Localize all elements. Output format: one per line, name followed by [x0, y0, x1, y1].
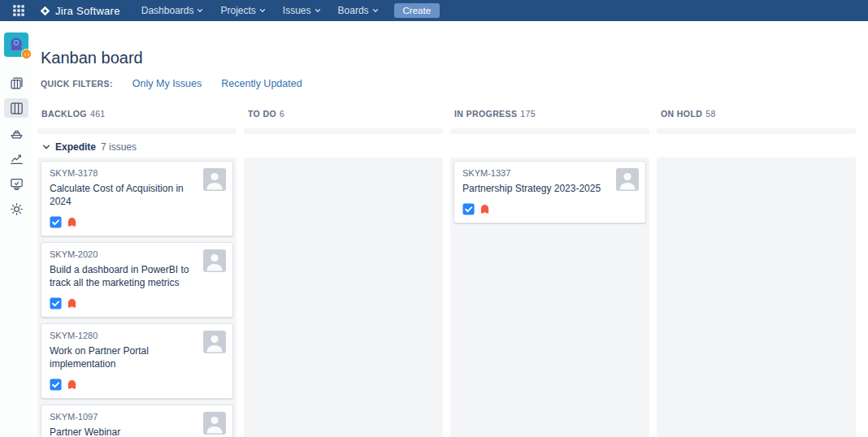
line-chart-icon [9, 151, 24, 167]
column-panel-to-do [244, 158, 443, 437]
gear-icon [9, 201, 24, 217]
column-header-backlog: BACKLOG461 [37, 109, 237, 119]
assignee-avatar [203, 168, 226, 191]
jira-brand[interactable]: Jira Software [40, 5, 120, 17]
column-panel-on-hold [657, 158, 856, 437]
issue-badges [50, 216, 226, 228]
column-panel-backlog: SKYM-3178Calculate Cost of Acquisition i… [37, 158, 237, 437]
sidebar-item-releases[interactable] [4, 123, 28, 143]
issue-key: SKYM-2020 [50, 249, 226, 260]
avatar-placeholder-icon [203, 168, 226, 191]
board-columns-icon [9, 101, 24, 116]
issue-title: Work on Partner Portal implementation [50, 344, 202, 370]
issue-badges [50, 379, 226, 391]
task-checkbox-icon [50, 297, 62, 309]
task-checkbox-icon [50, 379, 62, 391]
column-issue-count: 175 [520, 109, 536, 119]
page-title: Kanban board [41, 49, 868, 67]
nav-item-label: Dashboards [141, 5, 194, 16]
monitor-icon [9, 176, 24, 192]
swimlane-name: Expedite [55, 141, 96, 153]
column-issue-count: 6 [280, 109, 284, 119]
column-issue-count: 58 [705, 109, 715, 119]
column-name: TO DO [248, 109, 276, 119]
issue-key: SKYM-3178 [50, 168, 226, 179]
avatar-placeholder-icon [203, 331, 226, 353]
chevron-down-icon [315, 7, 321, 14]
nav-item-boards[interactable]: Boards [338, 5, 379, 16]
column-top-bar-on-hold [657, 128, 856, 134]
jira-logo-icon [40, 6, 50, 16]
quick-filters-label: QUICK FILTERS: [41, 79, 113, 89]
column-name: IN PROGRESS [454, 109, 517, 119]
avatar-placeholder-icon [616, 168, 639, 191]
column-top-bar-in-progress [450, 128, 649, 134]
column-header-on-hold: ON HOLD58 [657, 109, 856, 119]
nav-item-label: Issues [283, 5, 311, 16]
issue-card-skym-1097[interactable]: SKYM-1097Partner Webinar [41, 405, 233, 437]
swimlane-issue-count: 7 issues [101, 141, 137, 153]
column-top-bars [37, 128, 868, 134]
sidebar-item-backlog[interactable] [4, 73, 28, 93]
top-navbar: Jira Software DashboardsProjectsIssuesBo… [0, 0, 868, 21]
issue-title: Build a dashboard in PowerBI to track al… [50, 263, 202, 289]
assignee-avatar [616, 168, 639, 191]
avatar-placeholder-icon [203, 412, 226, 435]
column-panels-row: SKYM-3178Calculate Cost of Acquisition i… [37, 158, 868, 437]
quick-filter-recently-updated[interactable]: Recently Updated [221, 78, 302, 89]
project-avatar[interactable] [4, 32, 28, 57]
sidebar-item-settings[interactable] [4, 199, 28, 218]
quick-filters-bar: QUICK FILTERS: Only My IssuesRecently Up… [41, 78, 868, 89]
assignee-avatar [203, 249, 226, 272]
nav-item-dashboards[interactable]: Dashboards [141, 5, 204, 16]
sidebar-item-issues[interactable] [4, 174, 28, 193]
priority-bell-icon [66, 297, 78, 309]
column-top-bar-to-do [244, 128, 443, 134]
column-name: BACKLOG [41, 109, 87, 119]
task-checkbox-icon [462, 203, 475, 215]
nav-item-label: Projects [220, 5, 255, 16]
issue-key: SKYM-1337 [462, 168, 639, 179]
sidebar [0, 21, 33, 437]
column-header-to-do: TO DO6 [244, 109, 443, 119]
issue-badges [462, 203, 639, 215]
issue-title: Partnership Strategy 2023-2025 [462, 182, 614, 195]
assignee-avatar [203, 331, 226, 353]
issue-card-skym-1280[interactable]: SKYM-1280Work on Partner Portal implemen… [41, 323, 233, 399]
issue-title: Partner Webinar [50, 426, 202, 437]
chevron-down-icon [259, 7, 266, 14]
create-button[interactable]: Create [394, 3, 441, 18]
column-headers-row: BACKLOG461TO DO6IN PROGRESS175ON HOLD58 [37, 109, 868, 119]
app-switcher-button[interactable] [13, 4, 26, 17]
ship-icon [9, 126, 24, 141]
priority-bell-icon [479, 203, 491, 215]
app-grid-icon [13, 5, 24, 16]
boards-stack-icon [9, 76, 24, 91]
issue-key: SKYM-1097 [50, 412, 226, 422]
issue-card-skym-3178[interactable]: SKYM-3178Calculate Cost of Acquisition i… [41, 161, 233, 236]
quick-filter-only-my-issues[interactable]: Only My Issues [132, 78, 202, 89]
chevron-down-icon [197, 7, 203, 14]
column-issue-count: 461 [90, 109, 106, 119]
chevron-down-icon [42, 143, 50, 151]
column-panel-in-progress: SKYM-1337Partnership Strategy 2023-2025 [450, 158, 649, 437]
board-main: Kanban board QUICK FILTERS: Only My Issu… [33, 49, 868, 437]
issue-title: Calculate Cost of Acquisition in 2024 [50, 182, 202, 208]
sidebar-item-board[interactable] [4, 98, 28, 118]
column-top-bar-backlog [37, 128, 237, 134]
app-title: Jira Software [55, 5, 120, 17]
column-name: ON HOLD [661, 109, 702, 119]
primary-nav: DashboardsProjectsIssuesBoards [141, 5, 379, 16]
swimlane-header-expedite[interactable]: Expedite 7 issues [42, 140, 868, 154]
issue-badges [50, 297, 226, 309]
priority-bell-icon [66, 216, 78, 228]
assignee-avatar [203, 412, 226, 435]
nav-item-projects[interactable]: Projects [220, 5, 265, 16]
issue-card-skym-2020[interactable]: SKYM-2020Build a dashboard in PowerBI to… [41, 242, 233, 318]
issue-card-skym-1337[interactable]: SKYM-1337Partnership Strategy 2023-2025 [454, 161, 646, 223]
nav-item-label: Boards [338, 5, 369, 16]
issue-key: SKYM-1280 [50, 331, 226, 341]
avatar-placeholder-icon [203, 249, 226, 272]
sidebar-item-reports[interactable] [4, 149, 28, 168]
nav-item-issues[interactable]: Issues [283, 5, 321, 16]
